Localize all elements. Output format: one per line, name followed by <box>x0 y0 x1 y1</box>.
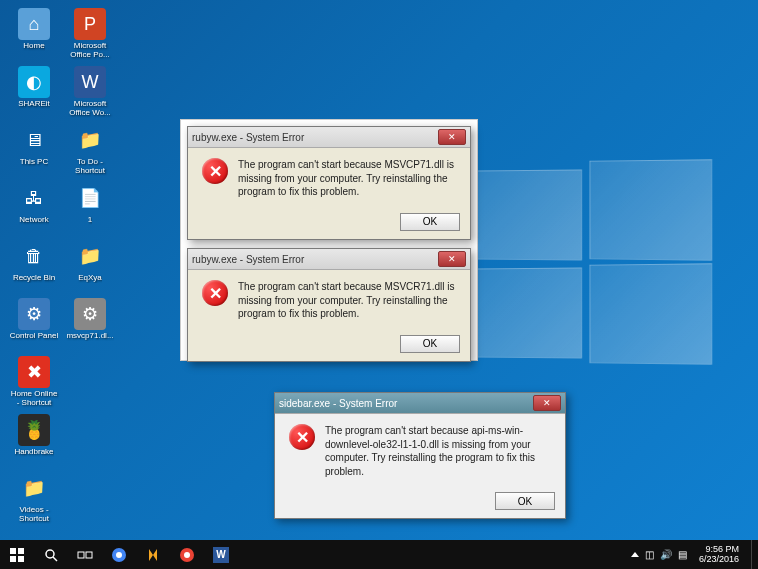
icon-label: Network <box>19 216 48 225</box>
svg-line-5 <box>53 557 57 561</box>
app-icon: 🍍 <box>18 414 50 446</box>
close-button[interactable]: ✕ <box>533 395 561 411</box>
desktop-icon[interactable]: ✖Home Online - Shortcut <box>8 356 60 410</box>
app-icon: P <box>74 8 106 40</box>
desktop-icon[interactable]: 🖥This PC <box>8 124 60 178</box>
app-icon: 🖥 <box>18 124 50 156</box>
error-icon: ✕ <box>289 424 315 450</box>
app-icon: ⌂ <box>18 8 50 40</box>
icon-label: Control Panel <box>10 332 58 341</box>
dialog-titlebar[interactable]: rubyw.exe - System Error ✕ <box>188 249 470 270</box>
taskbar-date: 6/23/2016 <box>699 555 739 565</box>
network-icon[interactable]: ◫ <box>645 549 654 560</box>
app-icon: 📁 <box>18 472 50 504</box>
svg-rect-0 <box>10 548 16 554</box>
close-button[interactable]: ✕ <box>438 251 466 267</box>
svg-rect-3 <box>18 556 24 562</box>
desktop[interactable]: ⌂HomePMicrosoft Office Po...◐SHAREitWMic… <box>0 0 758 540</box>
start-button[interactable] <box>0 540 34 569</box>
icon-label: Handbrake <box>14 448 53 457</box>
desktop-icon[interactable]: ⚙Control Panel <box>8 298 60 352</box>
svg-point-9 <box>116 552 122 558</box>
search-icon[interactable] <box>34 540 68 569</box>
taskbar-app-winamp[interactable] <box>136 540 170 569</box>
icon-label: Microsoft Office Po... <box>65 42 115 60</box>
app-icon: 📁 <box>74 240 106 272</box>
error-dialog-1: rubyw.exe - System Error ✕ ✕ The program… <box>187 126 471 240</box>
system-tray: ◫ 🔊 ▤ 9:56 PM 6/23/2016 <box>631 540 758 569</box>
dialog-message: The program can't start because api-ms-w… <box>325 424 551 478</box>
icon-label: Home <box>23 42 44 51</box>
dialog-titlebar[interactable]: sidebar.exe - System Error ✕ <box>275 393 565 414</box>
icon-label: Recycle Bin <box>13 274 55 283</box>
dialog-title: rubyw.exe - System Error <box>192 254 438 265</box>
show-desktop-button[interactable] <box>751 540 756 569</box>
dialog-message: The program can't start because MSVCR71.… <box>238 280 456 321</box>
icon-label: Home Online - Shortcut <box>9 390 59 408</box>
desktop-icon-grid: ⌂HomePMicrosoft Office Po...◐SHAREitWMic… <box>8 8 116 526</box>
app-icon: ◐ <box>18 66 50 98</box>
app-icon: 📄 <box>74 182 106 214</box>
app-icon: 🖧 <box>18 182 50 214</box>
dialog-titlebar[interactable]: rubyw.exe - System Error ✕ <box>188 127 470 148</box>
icon-label: This PC <box>20 158 48 167</box>
svg-rect-1 <box>18 548 24 554</box>
taskbar-app-chrome[interactable] <box>102 540 136 569</box>
ok-button[interactable]: OK <box>400 335 460 353</box>
app-icon: W <box>74 66 106 98</box>
volume-icon[interactable]: 🔊 <box>660 549 672 560</box>
dialog-message: The program can't start because MSVCP71.… <box>238 158 456 199</box>
desktop-icon[interactable]: 📁EqXya <box>64 240 116 294</box>
desktop-icon[interactable]: WMicrosoft Office Wo... <box>64 66 116 120</box>
desktop-icon[interactable]: 📁To Do - Shortcut <box>64 124 116 178</box>
icon-label: To Do - Shortcut <box>65 158 115 176</box>
desktop-icon[interactable]: ⚙msvcp71.dl... <box>64 298 116 352</box>
desktop-icon[interactable]: ◐SHAREit <box>8 66 60 120</box>
icon-label: Videos - Shortcut <box>9 506 59 524</box>
app-icon: 📁 <box>74 124 106 156</box>
svg-point-11 <box>184 552 190 558</box>
error-dialog-2: rubyw.exe - System Error ✕ ✕ The program… <box>187 248 471 362</box>
app-icon: ⚙ <box>18 298 50 330</box>
desktop-icon[interactable]: 📄1 <box>64 182 116 236</box>
tray-overflow-icon[interactable] <box>631 552 639 557</box>
taskbar-clock[interactable]: 9:56 PM 6/23/2016 <box>693 545 745 565</box>
taskbar-app-word[interactable]: W <box>204 540 238 569</box>
svg-rect-6 <box>78 552 84 558</box>
input-icon[interactable]: ▤ <box>678 549 687 560</box>
icon-label: Microsoft Office Wo... <box>65 100 115 118</box>
desktop-icon[interactable]: 🍍Handbrake <box>8 414 60 468</box>
app-icon: ✖ <box>18 356 50 388</box>
icon-label: EqXya <box>78 274 102 283</box>
svg-rect-2 <box>10 556 16 562</box>
icon-label: 1 <box>88 216 92 225</box>
dialog-title: sidebar.exe - System Error <box>279 398 533 409</box>
desktop-icon[interactable]: 📁Videos - Shortcut <box>8 472 60 526</box>
app-icon: 🗑 <box>18 240 50 272</box>
svg-rect-7 <box>86 552 92 558</box>
taskbar-app-chrome-2[interactable] <box>170 540 204 569</box>
desktop-icon[interactable]: ⌂Home <box>8 8 60 62</box>
ok-button[interactable]: OK <box>495 492 555 510</box>
app-icon: ⚙ <box>74 298 106 330</box>
windows-logo-wallpaper <box>470 160 710 360</box>
taskbar: W ◫ 🔊 ▤ 9:56 PM 6/23/2016 <box>0 540 758 569</box>
icon-label: msvcp71.dl... <box>66 332 113 341</box>
icon-label: SHAREit <box>18 100 50 109</box>
desktop-icon[interactable]: 🗑Recycle Bin <box>8 240 60 294</box>
dialog-title: rubyw.exe - System Error <box>192 132 438 143</box>
desktop-icon[interactable]: 🖧Network <box>8 182 60 236</box>
error-dialog-3: sidebar.exe - System Error ✕ ✕ The progr… <box>274 392 566 519</box>
error-icon: ✕ <box>202 158 228 184</box>
task-view-icon[interactable] <box>68 540 102 569</box>
ok-button[interactable]: OK <box>400 213 460 231</box>
svg-point-4 <box>46 550 54 558</box>
desktop-icon[interactable]: PMicrosoft Office Po... <box>64 8 116 62</box>
error-icon: ✕ <box>202 280 228 306</box>
close-button[interactable]: ✕ <box>438 129 466 145</box>
